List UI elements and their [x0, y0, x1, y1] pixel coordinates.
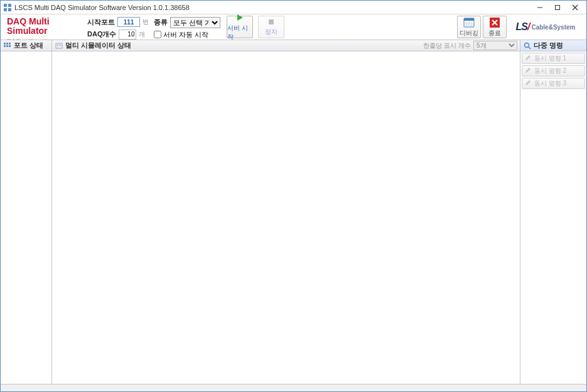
svg-line-30 — [529, 47, 530, 49]
corporate-logo: LS/ Cable&System — [509, 14, 583, 40]
count-unit: 개 — [139, 30, 145, 39]
brand-name: DAQ Multi Simulator — [7, 17, 85, 36]
port-state-body — [1, 51, 51, 384]
svg-rect-26 — [56, 43, 62, 48]
server-stop-label: 정지 — [265, 28, 277, 36]
server-start-button[interactable]: 서버 시작 — [227, 16, 253, 38]
brand: DAQ Multi Simulator DAQ 다중 시뮬레이터 — [4, 14, 85, 40]
pencil-icon — [525, 55, 532, 62]
grid-icon — [3, 42, 12, 50]
config-block-1: 시작포트 번 DAQ개수 개 — [85, 14, 151, 40]
rows-per-col-select[interactable]: 5개 — [473, 41, 517, 50]
svg-rect-11 — [464, 18, 474, 21]
window-controls — [531, 2, 584, 13]
server-start-label: 서버 시작 — [227, 24, 252, 41]
multi-cmd-title: 다중 명령 — [534, 41, 563, 50]
type-select[interactable]: 모두 선택 가능 — [170, 17, 220, 28]
svg-rect-24 — [6, 45, 8, 47]
svg-rect-20 — [4, 43, 6, 45]
logo-sub: Cable&System — [531, 24, 575, 31]
close-button[interactable] — [566, 2, 584, 13]
cmd-item-1[interactable]: 동시 명령 1 — [522, 53, 585, 64]
play-icon — [235, 13, 244, 23]
statusbar — [1, 384, 586, 392]
type-label: 종류 — [154, 18, 168, 27]
svg-rect-3 — [8, 8, 11, 11]
titlebar: LSCS Multi DAQ Simulator Software Versio… — [1, 1, 586, 14]
port-state-panel: 포트 상태 — [1, 40, 52, 384]
exit-button[interactable]: 종료 — [483, 16, 507, 38]
auto-start-label: 서버 자동 시작 — [163, 30, 208, 40]
svg-rect-0 — [4, 4, 7, 7]
module-icon — [55, 42, 63, 50]
window-title: LSCS Multi DAQ Simulator Software Versio… — [14, 4, 531, 11]
cmd-item-3[interactable]: 동시 명령 3 — [522, 78, 585, 89]
config-block-2: 종류 모두 선택 가능 서버 자동 시작 — [151, 14, 223, 40]
auto-start-checkbox[interactable]: 서버 자동 시작 — [154, 30, 208, 40]
close-x-icon — [489, 17, 500, 28]
svg-rect-2 — [4, 8, 7, 11]
svg-rect-9 — [269, 19, 274, 24]
svg-rect-22 — [9, 43, 11, 45]
multi-cmd-header: 다중 명령 — [520, 40, 586, 51]
daq-count-label: DAQ개수 — [87, 29, 116, 39]
debug-label: 디버깅 — [460, 29, 478, 38]
port-unit: 번 — [143, 18, 149, 26]
port-state-header: 포트 상태 — [1, 40, 51, 51]
multi-cmd-panel: 다중 명령 동시 명령 1 동시 명령 2 동시 명령 3 — [520, 40, 586, 384]
exit-label: 종료 — [488, 29, 501, 38]
svg-rect-1 — [8, 4, 11, 7]
pencil-icon — [525, 80, 532, 87]
svg-marker-8 — [237, 14, 243, 21]
rows-per-col-label: 한줄당 표시 개수 — [423, 41, 471, 50]
toolbar: DAQ Multi Simulator DAQ 다중 시뮬레이터 시작포트 번 … — [1, 14, 586, 40]
auto-start-checkbox-input[interactable] — [154, 31, 161, 38]
svg-point-29 — [525, 43, 529, 47]
toolbar-spacer — [286, 14, 457, 40]
start-port-input[interactable] — [117, 17, 140, 27]
multi-cmd-body: 동시 명령 1 동시 명령 2 동시 명령 3 — [520, 51, 586, 384]
start-port-label: 시작포트 — [87, 18, 115, 27]
svg-rect-23 — [4, 45, 6, 47]
multi-sim-header: 멀티 시뮬레이터 상태 한줄당 표시 개수 5개 — [52, 40, 520, 51]
cmd-item-label: 동시 명령 1 — [534, 54, 566, 63]
app-icon — [3, 3, 12, 12]
multi-sim-body — [52, 51, 520, 384]
svg-rect-21 — [6, 43, 8, 45]
stop-icon — [267, 18, 275, 27]
port-state-title: 포트 상태 — [14, 41, 43, 50]
svg-rect-5 — [556, 5, 560, 9]
pencil-icon — [525, 67, 532, 75]
maximize-button[interactable] — [549, 2, 566, 13]
workspace: 포트 상태 멀티 시뮬레이터 상태 한줄당 표시 개수 5개 다중 명령 — [1, 40, 586, 384]
multi-sim-title: 멀티 시뮬레이터 상태 — [65, 41, 131, 50]
cmd-item-label: 동시 명령 2 — [534, 66, 566, 75]
svg-rect-27 — [57, 45, 58, 46]
multi-sim-panel: 멀티 시뮬레이터 상태 한줄당 표시 개수 5개 — [52, 40, 520, 384]
daq-count-input[interactable] — [119, 29, 136, 40]
debug-button[interactable]: 디버깅 — [457, 16, 481, 38]
cmd-item-2[interactable]: 동시 명령 2 — [522, 65, 585, 77]
calendar-icon — [463, 17, 475, 28]
svg-rect-25 — [9, 45, 11, 47]
logo-ls: LS/ — [516, 21, 530, 33]
svg-rect-28 — [60, 45, 61, 46]
minimize-button[interactable] — [531, 2, 549, 13]
server-stop-button[interactable]: 정지 — [258, 16, 284, 38]
cmd-item-label: 동시 명령 3 — [534, 79, 566, 88]
magnify-icon — [523, 42, 532, 50]
